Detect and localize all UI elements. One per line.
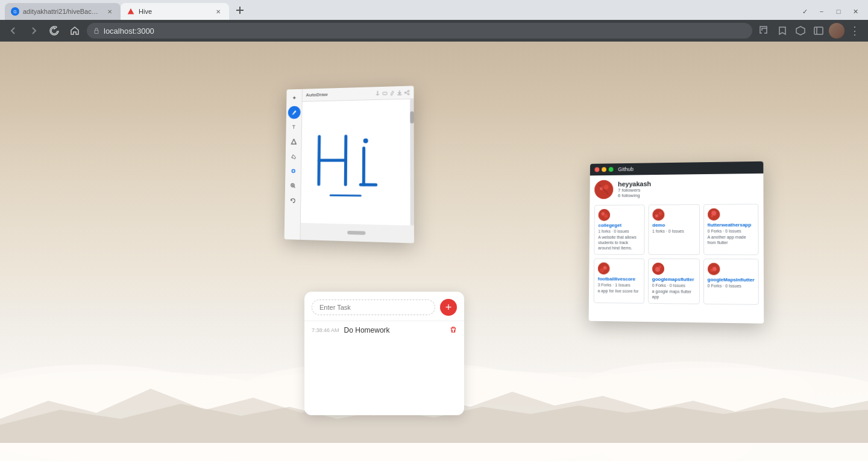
tool-type[interactable]: T bbox=[288, 121, 300, 134]
new-tab-button[interactable] bbox=[231, 2, 248, 19]
tab-hive-close[interactable]: ✕ bbox=[213, 7, 223, 16]
pencil-icon bbox=[389, 90, 395, 96]
tab-backend[interactable]: G adityakhattri21/hiveBackend ✕ bbox=[5, 3, 121, 20]
github-dot-yellow bbox=[602, 167, 606, 172]
tool-undo[interactable] bbox=[286, 194, 299, 207]
tab-bar: G adityakhattri21/hiveBackend ✕ Hive ✕ ✓… bbox=[0, 0, 868, 20]
download-icon bbox=[397, 89, 403, 95]
scroll-thumb bbox=[347, 231, 365, 235]
svg-marker-6 bbox=[796, 27, 805, 35]
repo-name-2: demo bbox=[652, 222, 695, 228]
todo-add-button[interactable]: + bbox=[440, 299, 457, 316]
toolbar-right: ⋮ bbox=[756, 22, 863, 39]
tool-draw[interactable] bbox=[288, 106, 300, 119]
share-button[interactable] bbox=[756, 22, 773, 39]
svg-rect-5 bbox=[95, 30, 98, 33]
address-bar: localhost:3000 ⋮ bbox=[0, 20, 868, 42]
url-text: localhost:3000 bbox=[104, 27, 154, 36]
github-following: 6 following bbox=[618, 193, 651, 198]
svg-line-28 bbox=[294, 187, 295, 188]
bookmark-button[interactable] bbox=[774, 22, 791, 39]
check-button[interactable]: ✓ bbox=[797, 5, 813, 17]
forward-button[interactable] bbox=[25, 22, 42, 39]
repo-googlemapsinflutter[interactable]: googleMapsInflutter 0 Forks · 0 Issues bbox=[703, 259, 759, 305]
svg-marker-24 bbox=[291, 139, 296, 144]
profile-button[interactable] bbox=[828, 22, 845, 39]
tab-hive[interactable]: Hive ✕ bbox=[121, 3, 229, 20]
tool-zoom[interactable] bbox=[286, 179, 299, 192]
repo-footballlive[interactable]: footballlivescore 3 Forks · 1 Issues a a… bbox=[594, 259, 644, 304]
repo-avatar-2 bbox=[652, 209, 664, 221]
profile-avatar bbox=[829, 23, 844, 39]
svg-rect-32 bbox=[383, 92, 387, 94]
extensions-button[interactable] bbox=[792, 22, 809, 39]
svg-point-39 bbox=[363, 139, 368, 143]
svg-rect-7 bbox=[814, 27, 823, 34]
tool-shapes[interactable] bbox=[287, 135, 300, 148]
svg-point-50 bbox=[658, 212, 662, 215]
repo-avatar-1 bbox=[599, 209, 611, 221]
repo-avatar-5 bbox=[652, 263, 664, 275]
github-repos-grid: collegeget 1 forks · 0 issues A website … bbox=[594, 204, 759, 305]
todo-text: Do Homework bbox=[344, 326, 445, 334]
github-profile: heyyakash 7 followers 6 following bbox=[594, 178, 758, 199]
autodraw-window[interactable]: ✦ T bbox=[285, 86, 414, 243]
repo-name-4: footballlivescore bbox=[598, 277, 640, 282]
repo-desc-3: A another app made from flutter bbox=[708, 234, 755, 245]
browser-frame: G adityakhattri21/hiveBackend ✕ Hive ✕ ✓… bbox=[0, 0, 868, 461]
repo-demo[interactable]: demo 1 forks · 0 Issues bbox=[648, 204, 700, 255]
tab-backend-close[interactable]: ✕ bbox=[105, 7, 115, 16]
svg-text:G: G bbox=[13, 10, 16, 14]
todo-item: 7:38:46 AM Do Homework bbox=[304, 321, 464, 339]
eraser-icon bbox=[382, 90, 388, 96]
svg-point-48 bbox=[652, 209, 664, 221]
svg-point-49 bbox=[655, 215, 658, 218]
hi-drawing bbox=[301, 99, 410, 226]
autodraw-scrollbar[interactable] bbox=[410, 99, 414, 225]
back-button[interactable] bbox=[5, 22, 22, 39]
repo-stats-2: 1 forks · 0 Issues bbox=[652, 229, 695, 233]
repo-collegeget[interactable]: collegeget 1 forks · 0 issues A website … bbox=[594, 205, 644, 256]
close-button[interactable]: ✕ bbox=[848, 5, 863, 17]
tool-pointer[interactable]: ✦ bbox=[288, 92, 301, 105]
refresh-button[interactable] bbox=[46, 22, 63, 39]
url-bar[interactable]: localhost:3000 bbox=[87, 23, 752, 39]
github-user-info: heyyakash 7 followers 6 following bbox=[618, 180, 651, 198]
github-window[interactable]: Github heyyakash 7 followers 6 following bbox=[589, 162, 764, 324]
svg-marker-2 bbox=[128, 8, 134, 14]
tab-hive-favicon bbox=[127, 7, 135, 16]
menu-button[interactable]: ⋮ bbox=[846, 22, 863, 39]
tab-backend-favicon: G bbox=[11, 7, 19, 16]
repo-desc-4: a app for live score for bbox=[598, 288, 640, 294]
repo-flutterweather[interactable]: flutterweathersapp 0 Forks · 0 Issues A … bbox=[703, 204, 759, 255]
autodraw-scroll-handle[interactable] bbox=[300, 223, 414, 243]
todo-time: 7:38:46 AM bbox=[312, 327, 339, 333]
svg-point-62 bbox=[710, 269, 714, 272]
todo-input-field[interactable] bbox=[312, 299, 435, 315]
home-button[interactable] bbox=[66, 22, 83, 39]
sidebar-button[interactable] bbox=[810, 22, 827, 39]
repo-googlemaps[interactable]: googlemapsflutter 0 Forks · 0 Issues a g… bbox=[648, 259, 700, 304]
github-dot-red bbox=[595, 168, 600, 172]
tool-fill[interactable] bbox=[287, 150, 300, 163]
tab-hive-label: Hive bbox=[139, 8, 152, 15]
viewport: ✦ T bbox=[0, 42, 868, 461]
repo-avatar-3 bbox=[708, 209, 720, 221]
autodraw-title: AutoDraw bbox=[306, 92, 327, 98]
todo-window[interactable]: + 7:38:46 AM Do Homework bbox=[304, 292, 464, 415]
autodraw-canvas[interactable] bbox=[301, 99, 410, 226]
repo-name-1: collegeget bbox=[599, 222, 641, 228]
autodraw-toolbar: ✦ T bbox=[285, 89, 303, 240]
github-avatar bbox=[594, 180, 613, 199]
tool-circle[interactable] bbox=[287, 165, 300, 178]
lock-icon bbox=[93, 27, 100, 34]
todo-delete-button[interactable] bbox=[450, 326, 457, 334]
github-body: heyyakash 7 followers 6 following colleg… bbox=[589, 174, 764, 310]
github-username: heyyakash bbox=[618, 180, 651, 187]
maximize-button[interactable]: □ bbox=[831, 5, 846, 17]
minimize-button[interactable]: − bbox=[814, 5, 829, 17]
scrollbar-thumb bbox=[410, 111, 414, 124]
repo-name-6: googleMapsInflutter bbox=[708, 277, 755, 283]
github-dot-green bbox=[609, 167, 614, 172]
todo-input-area: + bbox=[304, 292, 464, 321]
